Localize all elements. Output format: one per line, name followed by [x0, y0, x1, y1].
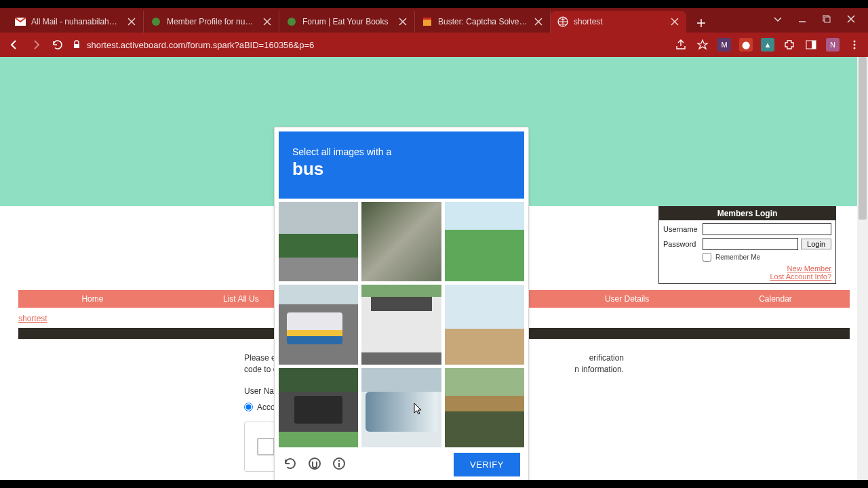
extensions-icon[interactable]	[783, 38, 796, 52]
svg-rect-3	[423, 19, 431, 26]
audio-icon[interactable]	[307, 456, 322, 474]
tab-label: shortest	[574, 17, 665, 26]
tab-label: Member Profile for nuhanab	[167, 17, 257, 26]
star-icon[interactable]	[696, 38, 709, 52]
close-icon[interactable]	[262, 17, 272, 26]
globe-icon	[557, 16, 568, 27]
browser-tabstrip: All Mail - nuhanabilahhaik@ Member Profi…	[0, 8, 868, 33]
nav-user-details[interactable]: User Details	[553, 290, 701, 308]
browser-tab-active[interactable]: shortest	[551, 11, 686, 33]
password-input[interactable]	[703, 238, 798, 250]
captcha-footer: VERIFY	[279, 447, 524, 476]
captcha-tile[interactable]	[279, 368, 358, 447]
remember-checkbox[interactable]	[703, 253, 711, 262]
store-icon	[422, 16, 433, 27]
url-text: shortest.activeboard.com/forum.spark?aBI…	[87, 40, 314, 50]
window-controls	[761, 8, 868, 33]
captcha-tile[interactable]	[445, 368, 524, 447]
tab-label: All Mail - nuhanabilahhaik@	[31, 17, 121, 26]
lost-account-link[interactable]: Lost Account Info?	[663, 272, 831, 281]
tab-label: Forum | Eat Your Books	[302, 17, 393, 26]
captcha-prompt: Select all images with a bus	[279, 131, 524, 199]
svg-rect-7	[825, 17, 830, 22]
window-footer	[0, 480, 868, 488]
radio-label: Acco	[257, 403, 275, 412]
captcha-keyword: bus	[292, 159, 511, 180]
captcha-tile[interactable]	[445, 202, 524, 281]
captcha-tile[interactable]	[445, 285, 524, 364]
ext-m-icon[interactable]: M	[717, 38, 731, 52]
svg-point-12	[854, 44, 856, 46]
captcha-tile[interactable]	[361, 202, 441, 281]
address-bar[interactable]: shortest.activeboard.com/forum.spark?aBI…	[72, 35, 667, 54]
svg-point-2	[288, 18, 296, 26]
captcha-instruction: Select all images with a	[292, 146, 511, 157]
profile-avatar[interactable]: N	[826, 38, 840, 52]
nav-calendar[interactable]: Calendar	[701, 290, 850, 308]
account-type-radio[interactable]	[244, 403, 253, 411]
login-button[interactable]: Login	[801, 239, 831, 249]
svg-rect-4	[423, 18, 431, 20]
svg-point-1	[152, 18, 160, 26]
browser-tab[interactable]: Member Profile for nuhanab	[144, 11, 279, 33]
info-icon[interactable]	[332, 456, 347, 474]
verify-button[interactable]: VERIFY	[454, 453, 520, 476]
captcha-grid	[279, 202, 524, 447]
captcha-tile[interactable]	[279, 285, 358, 364]
menu-icon[interactable]	[848, 38, 861, 52]
svg-rect-10	[812, 41, 816, 49]
toolbar-actions: M ⬤ ▲ N	[674, 38, 861, 52]
maximize-icon[interactable]	[822, 14, 831, 26]
svg-point-13	[854, 47, 856, 49]
forward-button[interactable]	[28, 37, 43, 52]
captcha-tile[interactable]	[361, 368, 441, 447]
svg-point-16	[338, 460, 340, 461]
share-icon[interactable]	[674, 38, 688, 52]
ext-pin-icon[interactable]: ⬤	[739, 38, 753, 52]
browser-tab[interactable]: All Mail - nuhanabilahhaik@	[8, 11, 144, 33]
close-icon[interactable]	[127, 17, 136, 26]
browser-toolbar: shortest.activeboard.com/forum.spark?aBI…	[0, 33, 868, 57]
new-tab-button[interactable]	[692, 14, 711, 33]
captcha-tile[interactable]	[279, 202, 358, 281]
nav-home[interactable]: Home	[18, 290, 167, 308]
remember-label: Remember Me	[715, 253, 760, 261]
svg-point-11	[854, 41, 856, 43]
crumb-link[interactable]: shortest	[18, 314, 47, 323]
svg-rect-17	[338, 463, 340, 467]
leaf-icon	[151, 16, 161, 27]
close-icon[interactable]	[534, 17, 543, 26]
gmail-icon	[15, 16, 26, 27]
username-input[interactable]	[703, 223, 831, 235]
new-member-link[interactable]: New Member	[663, 264, 831, 272]
close-icon[interactable]	[398, 17, 408, 26]
login-panel: Members Login Username Password Login Re…	[658, 206, 836, 284]
recaptcha-checkbox[interactable]	[257, 438, 275, 455]
browser-tab[interactable]: Buster: Captcha Solver for H	[415, 11, 551, 33]
close-icon[interactable]	[670, 17, 679, 26]
window-titlebar	[0, 0, 868, 8]
browser-tab[interactable]: Forum | Eat Your Books	[279, 11, 415, 33]
ext-img-icon[interactable]: ▲	[761, 38, 774, 52]
captcha-tile[interactable]	[361, 285, 441, 364]
login-title: Members Login	[659, 207, 835, 220]
scrollbar-thumb[interactable]	[859, 57, 867, 220]
page-viewport: Members Login Username Password Login Re…	[0, 57, 868, 480]
close-window-icon[interactable]	[846, 14, 856, 26]
svg-rect-8	[74, 44, 79, 48]
username-label: Username	[663, 225, 703, 233]
password-label: Password	[663, 240, 703, 248]
captcha-challenge: Select all images with a bus VERIFY	[274, 127, 529, 480]
leaf-icon	[286, 16, 297, 27]
scrollbar[interactable]	[857, 57, 868, 480]
reload-button[interactable]	[50, 37, 65, 52]
back-button[interactable]	[7, 37, 22, 52]
chevron-down-icon[interactable]	[773, 14, 783, 26]
lock-icon	[72, 40, 81, 49]
sidepanel-icon[interactable]	[804, 38, 818, 52]
minimize-icon[interactable]	[797, 14, 807, 26]
tab-label: Buster: Captcha Solver for H	[438, 17, 528, 26]
reload-icon[interactable]	[283, 456, 298, 474]
